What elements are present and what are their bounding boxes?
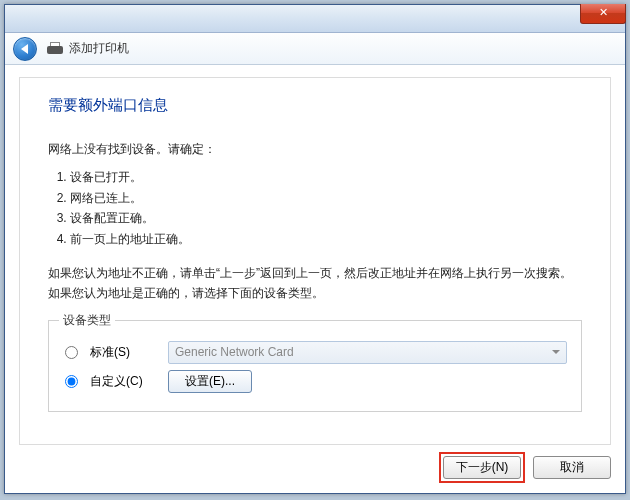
checklist-item: 设备配置正确。: [70, 208, 582, 228]
page-heading: 需要额外端口信息: [48, 96, 582, 115]
advice-text: 如果您认为地址不正确，请单击“上一步”返回到上一页，然后改正地址并在网络上执行另…: [48, 263, 582, 304]
titlebar: ✕: [5, 5, 625, 33]
custom-radio[interactable]: [65, 375, 78, 388]
intro-text: 网络上没有找到设备。请确定：: [48, 139, 582, 159]
wizard-header: 添加打印机: [5, 33, 625, 65]
chevron-down-icon: [552, 350, 560, 354]
next-highlight: 下一步(N): [439, 452, 525, 483]
standard-label: 标准(S): [90, 344, 160, 361]
standard-row: 标准(S) Generic Network Card: [63, 341, 567, 364]
wizard-footer: 下一步(N) 取消: [19, 451, 611, 483]
custom-row: 自定义(C) 设置(E)...: [63, 370, 567, 393]
close-icon: ✕: [599, 6, 608, 18]
checklist-item: 前一页上的地址正确。: [70, 229, 582, 249]
checklist-item: 网络已连上。: [70, 188, 582, 208]
checklist: 设备已打开。 网络已连上。 设备配置正确。 前一页上的地址正确。: [48, 167, 582, 249]
content-panel: 需要额外端口信息 网络上没有找到设备。请确定： 设备已打开。 网络已连上。 设备…: [19, 77, 611, 445]
device-type-combo[interactable]: Generic Network Card: [168, 341, 567, 364]
header-title: 添加打印机: [69, 40, 129, 57]
back-button[interactable]: [13, 37, 37, 61]
body-text: 网络上没有找到设备。请确定： 设备已打开。 网络已连上。 设备配置正确。 前一页…: [48, 139, 582, 304]
next-button[interactable]: 下一步(N): [443, 456, 521, 479]
combo-value: Generic Network Card: [175, 345, 294, 359]
settings-button[interactable]: 设置(E)...: [168, 370, 252, 393]
printer-icon: [47, 42, 63, 56]
custom-label: 自定义(C): [90, 373, 160, 390]
group-legend: 设备类型: [59, 312, 115, 329]
device-type-group: 设备类型 标准(S) Generic Network Card 自定义(C) 设…: [48, 320, 582, 412]
wizard-window: ✕ 添加打印机 需要额外端口信息 网络上没有找到设备。请确定： 设备已打开。 网…: [4, 4, 626, 494]
checklist-item: 设备已打开。: [70, 167, 582, 187]
cancel-button[interactable]: 取消: [533, 456, 611, 479]
standard-radio[interactable]: [65, 346, 78, 359]
back-arrow-icon: [21, 44, 28, 54]
window-close-button[interactable]: ✕: [580, 4, 626, 24]
